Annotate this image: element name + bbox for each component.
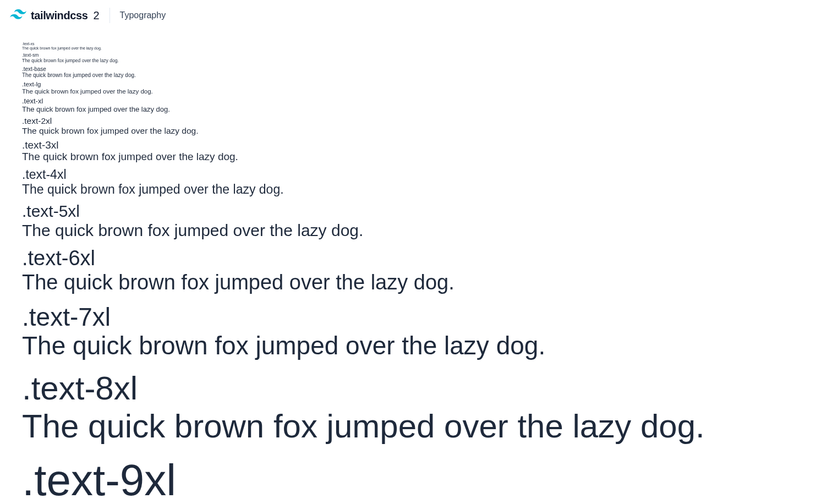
sample-text: The quick brown fox jumped over the lazy… (22, 126, 816, 136)
header-divider (109, 8, 110, 23)
brand-version: 2 (93, 9, 99, 22)
page-title: Typography (120, 10, 166, 20)
header: tailwindcss 2 Typography (0, 0, 838, 31)
sample-text-xs: .text-xs The quick brown fox jumped over… (22, 42, 816, 51)
class-label: .text-8xl (22, 369, 816, 407)
sample-text-3xl: .text-3xl The quick brown fox jumped ove… (22, 139, 816, 163)
typography-samples: .text-xs The quick brown fox jumped over… (0, 31, 838, 504)
sample-text: The quick brown fox jumped over the lazy… (22, 151, 816, 163)
class-label: .text-3xl (22, 139, 816, 151)
sample-text: The quick brown fox jumped over the lazy… (22, 271, 816, 295)
brand[interactable]: tailwindcss 2 (10, 9, 100, 22)
class-label: .text-7xl (22, 303, 816, 332)
sample-text-sm: .text-sm The quick brown fox jumped over… (22, 53, 816, 64)
class-label: .text-base (22, 66, 816, 73)
brand-wordmark: tailwindcss (31, 9, 87, 22)
sample-text: The quick brown fox jumped over the lazy… (22, 182, 816, 196)
sample-text: The quick brown fox jumped over the lazy… (22, 407, 816, 445)
sample-text-base: .text-base The quick brown fox jumped ov… (22, 66, 816, 79)
sample-text-xl: .text-xl The quick brown fox jumped over… (22, 97, 816, 114)
class-label: .text-4xl (22, 167, 816, 182)
class-label: .text-lg (22, 81, 816, 88)
class-label: .text-sm (22, 53, 816, 58)
sample-text: The quick brown fox jumped over the lazy… (22, 331, 816, 360)
sample-text-6xl: .text-6xl The quick brown fox jumped ove… (22, 246, 816, 294)
sample-text-4xl: .text-4xl The quick brown fox jumped ove… (22, 167, 816, 196)
sample-text-2xl: .text-2xl The quick brown fox jumped ove… (22, 116, 816, 136)
sample-text: The quick brown fox jumped over the lazy… (22, 221, 816, 240)
sample-text-9xl: .text-9xl The quick brown fox jumped ove… (22, 455, 816, 504)
class-label: .text-5xl (22, 202, 816, 221)
class-label: .text-2xl (22, 116, 816, 126)
tailwind-logo-icon (10, 9, 26, 22)
sample-text-lg: .text-lg The quick brown fox jumped over… (22, 81, 816, 95)
sample-text-5xl: .text-5xl The quick brown fox jumped ove… (22, 202, 816, 240)
sample-text: The quick brown fox jumped over the lazy… (22, 72, 816, 79)
sample-text: The quick brown fox jumped over the lazy… (22, 106, 816, 114)
class-label: .text-xl (22, 97, 816, 106)
class-label: .text-xs (22, 42, 816, 46)
class-label: .text-9xl (22, 455, 816, 504)
sample-text: The quick brown fox jumped over the lazy… (22, 88, 816, 95)
sample-text: The quick brown fox jumped over the lazy… (22, 46, 816, 51)
class-label: .text-6xl (22, 246, 816, 271)
sample-text-7xl: .text-7xl The quick brown fox jumped ove… (22, 303, 816, 361)
sample-text-8xl: .text-8xl The quick brown fox jumped ove… (22, 369, 816, 445)
sample-text: The quick brown fox jumped over the lazy… (22, 58, 816, 64)
